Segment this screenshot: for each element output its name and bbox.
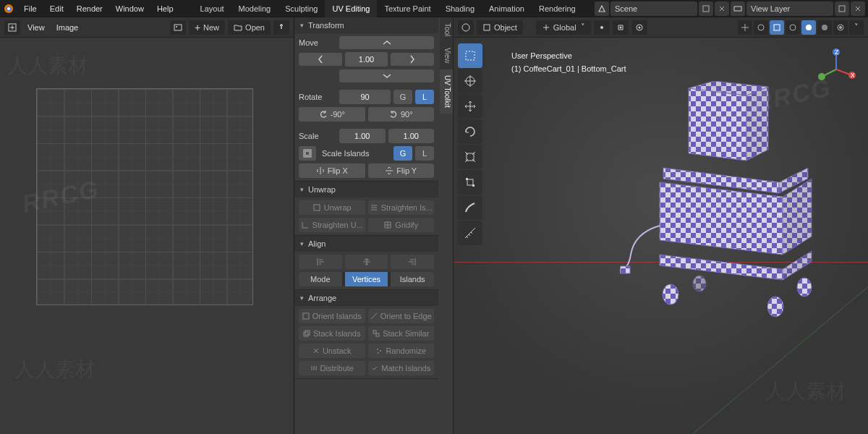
- scene-field[interactable]: Scene: [610, 1, 697, 16]
- move-value-field[interactable]: 1.00: [345, 52, 388, 67]
- menu-help[interactable]: Help: [150, 0, 180, 17]
- shading-dropdown[interactable]: ˅: [849, 20, 864, 35]
- tool-rotate[interactable]: [458, 119, 482, 144]
- viewlayer-close-icon[interactable]: [851, 1, 865, 16]
- npanel-tab-tool[interactable]: Tool: [440, 17, 453, 42]
- menu-edit[interactable]: Edit: [43, 0, 70, 17]
- tab-animation[interactable]: Animation: [482, 0, 532, 17]
- tab-shading[interactable]: Shading: [438, 0, 482, 17]
- align-islands-button[interactable]: Islands: [391, 272, 434, 286]
- tool-scale[interactable]: [458, 145, 482, 169]
- rotate-cw-button[interactable]: 90°: [368, 107, 435, 122]
- editor-type-3d-dropdown[interactable]: [458, 20, 474, 35]
- align-mode-button[interactable]: Mode: [299, 272, 342, 286]
- xray-toggle[interactable]: [770, 20, 784, 35]
- svg-text:z: z: [835, 48, 839, 56]
- scene-icon[interactable]: [595, 1, 609, 16]
- new-image-button[interactable]: +New: [189, 20, 225, 35]
- tab-modeling[interactable]: Modeling: [231, 0, 278, 17]
- flipx-button[interactable]: Flip X: [299, 163, 365, 178]
- unstack-button[interactable]: Unstack: [299, 344, 365, 358]
- viewlayer-icon[interactable]: [731, 1, 745, 16]
- orient-islands-button[interactable]: Orient Islands: [299, 309, 365, 323]
- snap-dropdown[interactable]: [613, 20, 629, 35]
- scale-a-field[interactable]: 1.00: [339, 129, 386, 143]
- uv-canvas[interactable]: 人人素材 RRCG 人人素材: [0, 38, 294, 434]
- viewlayer-name: View Layer: [751, 4, 790, 13]
- randomize-button[interactable]: Randomize: [368, 344, 435, 358]
- tab-uv-editing[interactable]: UV Editing: [325, 0, 377, 17]
- shading-matpreview[interactable]: [817, 20, 832, 35]
- scale-l-button[interactable]: L: [415, 146, 434, 161]
- rotate-g-button[interactable]: G: [393, 90, 412, 104]
- shading-wireframe[interactable]: [786, 20, 800, 35]
- tab-texture-paint[interactable]: Texture Paint: [377, 0, 438, 17]
- menu-render[interactable]: Render: [70, 0, 109, 17]
- stack-islands-button[interactable]: Stack Islands: [299, 326, 365, 341]
- tool-transform[interactable]: [458, 170, 482, 195]
- match-islands-button[interactable]: Match Islands: [368, 361, 435, 375]
- align-vertices-button[interactable]: Vertices: [345, 272, 388, 286]
- tab-rendering[interactable]: Rendering: [532, 0, 583, 17]
- orient-edge-button[interactable]: Orient to Edge: [368, 309, 435, 323]
- svg-point-32: [839, 26, 842, 29]
- uv-view-menu[interactable]: View: [23, 19, 49, 36]
- rotate-l-button[interactable]: L: [415, 90, 434, 104]
- align-right-button[interactable]: [391, 255, 434, 269]
- menu-file[interactable]: File: [17, 0, 43, 17]
- pin-icon[interactable]: [273, 20, 289, 35]
- flipy-button[interactable]: Flip Y: [368, 163, 435, 178]
- image-browse-dropdown[interactable]: [170, 20, 186, 35]
- arrange-header[interactable]: Arrange: [294, 290, 438, 306]
- npanel-tab-uvtoolkit[interactable]: UV Toolkit: [440, 69, 453, 114]
- pivot-dropdown[interactable]: [594, 20, 610, 35]
- move-up-button[interactable]: [339, 36, 434, 49]
- distribute-button[interactable]: Distribute: [299, 361, 365, 375]
- svg-point-17: [377, 349, 378, 350]
- npanel-tab-view[interactable]: View: [440, 42, 453, 69]
- tab-sculpting[interactable]: Sculpting: [278, 0, 325, 17]
- align-header[interactable]: Align: [294, 236, 438, 252]
- unwrap-header[interactable]: Unwrap: [294, 182, 438, 197]
- scene-browse-icon[interactable]: [699, 1, 713, 16]
- move-label: Move: [299, 38, 336, 47]
- scale-islands-icon: [299, 146, 316, 161]
- uv-image-menu[interactable]: Image: [52, 19, 83, 36]
- align-left-button[interactable]: [299, 255, 342, 269]
- move-down-button[interactable]: [339, 69, 434, 82]
- align-center-button[interactable]: [345, 255, 388, 269]
- open-image-button[interactable]: Open: [228, 20, 271, 35]
- move-right-button[interactable]: [391, 53, 434, 66]
- straighten-islands-button[interactable]: Straighten Is...: [368, 200, 435, 215]
- tool-move[interactable]: [458, 94, 482, 119]
- scale-g-button[interactable]: G: [393, 146, 412, 161]
- tool-annotate[interactable]: [458, 195, 482, 220]
- gridify-button[interactable]: Gridify: [368, 218, 435, 232]
- stack-similar-button[interactable]: Stack Similar: [368, 326, 435, 341]
- mode-dropdown[interactable]: Object: [477, 20, 523, 35]
- orientation-dropdown[interactable]: Global˅: [536, 20, 591, 35]
- svg-point-2: [7, 7, 10, 10]
- scene-close-icon[interactable]: [715, 1, 729, 16]
- shading-rendered[interactable]: [833, 20, 848, 35]
- tab-layout[interactable]: Layout: [193, 0, 231, 17]
- 3d-viewport[interactable]: User Perspective (1) CoffeeCart_01 | Bot…: [454, 38, 868, 434]
- scale-b-field[interactable]: 1.00: [388, 129, 435, 143]
- editor-type-dropdown[interactable]: [4, 20, 20, 35]
- proportional-dropdown[interactable]: [631, 20, 647, 35]
- viewlayer-browse-icon[interactable]: [835, 1, 849, 16]
- viewlayer-field[interactable]: View Layer: [746, 1, 833, 16]
- unwrap-button[interactable]: Unwrap: [299, 200, 365, 215]
- rotate-ccw-button[interactable]: -90°: [299, 107, 365, 122]
- rotate-value-field[interactable]: 90: [339, 90, 391, 104]
- transform-header[interactable]: Transform: [294, 17, 438, 33]
- menu-window[interactable]: Window: [109, 0, 150, 17]
- tool-cursor[interactable]: [458, 69, 482, 93]
- tool-measure[interactable]: [458, 221, 482, 245]
- move-left-button[interactable]: [299, 53, 342, 66]
- shading-solid[interactable]: [801, 20, 816, 35]
- straighten-u-button[interactable]: Straighten U...: [299, 218, 365, 232]
- gizmo-toggle[interactable]: [738, 20, 752, 35]
- tool-select-box[interactable]: [458, 43, 482, 68]
- overlay-toggle[interactable]: [754, 20, 768, 35]
